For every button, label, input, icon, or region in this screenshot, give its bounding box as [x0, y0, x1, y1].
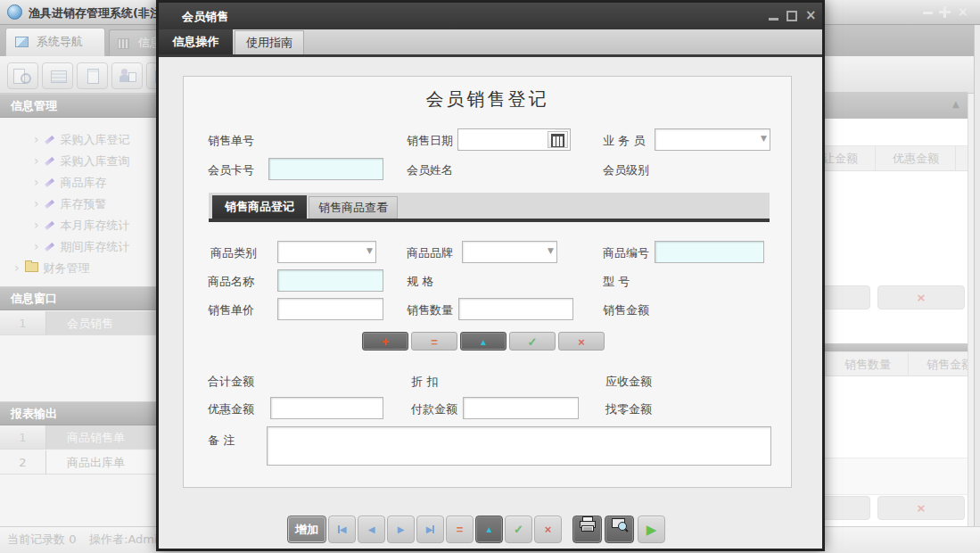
- last-record-button[interactable]: ▶: [416, 516, 444, 543]
- list-icon: [51, 70, 67, 83]
- sidebar-item-month-stats[interactable]: ›本月库存统计: [34, 216, 130, 235]
- print-button[interactable]: [572, 516, 602, 543]
- print-preview-icon: [611, 516, 629, 532]
- sale-date-field[interactable]: [457, 128, 571, 151]
- left-triangle-icon: ◀: [368, 524, 375, 534]
- coupon-label: 优惠金额: [208, 399, 254, 419]
- wand-icon: [45, 178, 54, 187]
- salesman-select[interactable]: ▼: [655, 128, 770, 151]
- chevron-right-icon: ›: [34, 153, 39, 168]
- screen: 渔具进销存管理系统(非注 × 系统导航 信息操作 ▲ 折让金额 优惠金: [0, 0, 980, 553]
- remark-label: 备 注: [208, 430, 235, 450]
- first-record-button[interactable]: ◀: [328, 516, 356, 543]
- sale-date-label: 销售日期: [407, 130, 453, 151]
- execute-button[interactable]: ▶: [638, 516, 665, 543]
- cancel-button[interactable]: ×: [877, 285, 965, 310]
- edit-button[interactable]: ▲: [475, 516, 503, 543]
- operator-label: 操作者:Admin: [89, 527, 165, 552]
- wand-icon: [45, 200, 54, 209]
- tab-user-guide[interactable]: 使用指南: [235, 30, 304, 54]
- dropdown-arrow-icon: ▼: [761, 134, 767, 143]
- member-card-input[interactable]: [268, 158, 383, 180]
- item-confirm-button[interactable]: ✓: [509, 332, 556, 351]
- item-edit-button[interactable]: ▲: [460, 332, 506, 351]
- folder-icon: [25, 262, 38, 272]
- magnifier-icon: [21, 73, 31, 84]
- close-icon[interactable]: ×: [958, 5, 968, 18]
- right-triangle-icon: ▶: [426, 524, 433, 534]
- delete-button[interactable]: =: [446, 516, 474, 543]
- tab-item-entry[interactable]: 销售商品登记: [212, 195, 307, 219]
- list-item-sales-report[interactable]: 1 商品销售单: [0, 425, 159, 450]
- column-header: 优惠金额: [877, 146, 956, 170]
- unit-price-input[interactable]: [277, 298, 383, 320]
- left-triangle-icon: ◀: [340, 524, 347, 534]
- sidebar-item-stock-alert[interactable]: ›库存预警: [34, 194, 107, 214]
- brand-select[interactable]: ▼: [462, 241, 557, 263]
- next-record-button[interactable]: ▶: [387, 516, 415, 543]
- user-icon: [121, 69, 128, 75]
- dropdown-arrow-icon: ▼: [548, 246, 554, 255]
- column-header: 销售金额: [910, 352, 968, 376]
- brand-label: 商品品牌: [407, 243, 453, 263]
- save-button[interactable]: ✓: [505, 516, 532, 543]
- add-button[interactable]: 增加: [287, 516, 326, 543]
- cancel-button[interactable]: ×: [534, 516, 562, 543]
- item-add-button[interactable]: +: [362, 332, 408, 351]
- item-name-input[interactable]: [277, 269, 383, 292]
- receivable-label: 应收金额: [605, 371, 652, 392]
- item-tabbar: 销售商品登记 销售商品查看: [209, 193, 770, 219]
- sidebar-item-period-stats[interactable]: ›期间库存统计: [34, 237, 130, 257]
- remark-textarea[interactable]: [267, 426, 771, 466]
- page-icon: [128, 72, 136, 82]
- tab-info-operation[interactable]: 信息操作: [159, 29, 233, 54]
- list-item-outbound-report[interactable]: 2 商品出库单: [0, 450, 159, 475]
- tab-label: 系统导航: [37, 35, 83, 48]
- maximize-icon[interactable]: [786, 11, 797, 21]
- sale-date-input[interactable]: [458, 129, 556, 148]
- list-item-member-sales[interactable]: 1 会员销售: [0, 311, 159, 336]
- list-view-button[interactable]: [42, 62, 73, 89]
- document-button[interactable]: [77, 62, 108, 89]
- wand-icon: [45, 243, 54, 252]
- minimize-icon[interactable]: [923, 12, 933, 14]
- sidebar-item-stock[interactable]: ›商品库存: [34, 173, 107, 193]
- tab-item-view[interactable]: 销售商品查看: [309, 196, 398, 219]
- collapse-arrow-icon[interactable]: ▲: [952, 99, 959, 109]
- category-label: 商品类别: [210, 243, 257, 263]
- scrollbar-track[interactable]: [968, 94, 974, 526]
- sidebar-item-finance[interactable]: ›财务管理: [14, 259, 90, 278]
- coupon-input[interactable]: [270, 397, 383, 419]
- item-remove-button[interactable]: =: [411, 332, 457, 351]
- restore-icon[interactable]: [939, 6, 951, 18]
- preview-button[interactable]: [7, 62, 38, 89]
- app-logo-icon: [7, 4, 22, 20]
- record-count: 当前记录数 0: [7, 527, 76, 552]
- prev-record-button[interactable]: ◀: [358, 516, 385, 543]
- category-select[interactable]: ▼: [277, 241, 376, 263]
- cancel-button[interactable]: ×: [877, 496, 965, 520]
- sidebar-item-purchase-query[interactable]: ›采购入库查询: [34, 152, 130, 171]
- print-preview-button[interactable]: [605, 516, 634, 543]
- payment-input[interactable]: [463, 397, 579, 419]
- total-label: 合计金额: [208, 371, 254, 392]
- window-edge: [974, 25, 980, 526]
- close-icon[interactable]: ×: [805, 7, 817, 23]
- member-name-label: 会员姓名: [407, 160, 453, 180]
- calendar-button[interactable]: [548, 131, 568, 148]
- minimize-icon[interactable]: [769, 18, 778, 21]
- sidebar-item-purchase-entry[interactable]: ›采购入库登记: [34, 130, 130, 150]
- window-icon: [15, 37, 29, 47]
- plus-icon: +: [382, 334, 389, 349]
- qty-input[interactable]: [458, 298, 573, 320]
- model-label: 型 号: [603, 271, 630, 292]
- sidebar-section-report-output: 报表输出: [0, 401, 159, 425]
- row-label: 商品出库单: [46, 450, 159, 475]
- item-name-label: 商品名称: [208, 271, 254, 292]
- item-cancel-button[interactable]: ×: [558, 332, 605, 351]
- row-number: 1: [0, 311, 46, 335]
- user-button[interactable]: [111, 62, 143, 89]
- discount-label: 折 扣: [411, 371, 438, 392]
- item-no-input[interactable]: [655, 241, 764, 263]
- tab-system-nav[interactable]: 系统导航: [5, 28, 105, 56]
